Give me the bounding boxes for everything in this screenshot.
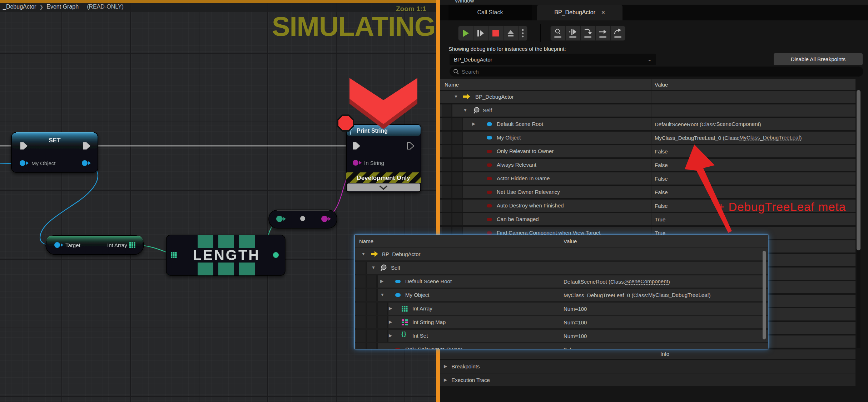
int-array-getter-node[interactable]: Target Int Array <box>46 235 144 255</box>
expander-icon[interactable]: ▼ <box>463 108 467 113</box>
value-suffix: ) <box>800 135 802 141</box>
expander-icon[interactable]: ▼ <box>371 265 376 270</box>
find-node-button[interactable] <box>551 26 565 40</box>
unreal-blueprint-debugger-window: SIMULATING SET My Object Tar <box>0 0 868 402</box>
tree-item-label: My Object <box>405 292 430 298</box>
menu-bar: Window <box>440 0 868 5</box>
target-pin[interactable] <box>54 242 60 248</box>
tree-row-self[interactable]: ▼ Self <box>440 104 855 117</box>
column-name[interactable]: Name <box>440 82 459 88</box>
int-array-output-label: Int Array <box>107 242 127 248</box>
step-out-button[interactable] <box>611 26 625 40</box>
expander-icon[interactable]: ▼ <box>454 94 458 99</box>
step-into-icon <box>569 29 577 35</box>
set-node[interactable]: SET My Object <box>11 132 98 172</box>
column-info[interactable]: Info <box>660 351 669 357</box>
popup-column-name[interactable]: Name <box>355 238 373 244</box>
frame-skip-button[interactable] <box>473 26 488 40</box>
tree-item-label: Self <box>391 265 400 271</box>
in-string-pin[interactable] <box>353 160 358 166</box>
popup-scrollbar-thumb[interactable] <box>763 251 766 339</box>
popup-row-only-relevant-partial[interactable]: Only Relevant to Owner False <box>355 343 768 349</box>
debug-info-label: Showing debug info for instances of the … <box>448 46 566 52</box>
tree-item-label: Only Relevant to Owner <box>405 346 462 349</box>
tree-row-net-use-owner-relevancy[interactable]: Net Use Owner Relevancy False <box>440 186 855 198</box>
scrollbar-thumb[interactable] <box>857 90 860 250</box>
node-expand-button[interactable] <box>347 183 420 191</box>
print-string-node[interactable]: f Print String In String Development Onl… <box>346 124 421 192</box>
popup-row-int-string-map[interactable]: ▶ Int String Map Num=100 <box>355 316 768 328</box>
object-pin-icon <box>487 136 492 139</box>
object-pin-icon <box>487 122 492 126</box>
expander-icon[interactable]: ▶ <box>472 121 475 126</box>
tree-item-label: Int String Map <box>412 319 446 325</box>
class-link[interactable]: SceneComponent <box>716 121 759 127</box>
value-text: Num=100 <box>564 333 587 339</box>
toolbar-divider <box>540 24 541 42</box>
int-array-output-pin[interactable] <box>129 242 135 248</box>
eject-button[interactable] <box>504 26 518 40</box>
tree-row-breakpoints[interactable]: ▶ Breakpoints <box>440 360 855 373</box>
eject-icon <box>507 29 515 37</box>
tree-item-label: Int Array <box>412 305 432 312</box>
expander-icon[interactable]: ▼ <box>361 251 366 256</box>
stop-button[interactable] <box>488 26 503 40</box>
search-node-icon <box>554 29 561 35</box>
tab-call-stack[interactable]: Call Stack <box>448 5 532 20</box>
popup-table-header: Name Value <box>355 235 768 247</box>
expander-icon[interactable]: ▶ <box>389 306 392 311</box>
step-into-button[interactable] <box>566 26 580 40</box>
resume-button[interactable] <box>458 26 473 40</box>
conversion-dot <box>300 216 305 221</box>
my-object-out-pin[interactable] <box>82 160 88 166</box>
step-button[interactable] <box>596 26 610 40</box>
popup-column-value[interactable]: Value <box>564 238 577 244</box>
popup-row-my-object[interactable]: ▼ My Object MyClass_DebugTreeLeaf_0 (Cla… <box>355 289 768 301</box>
class-link[interactable]: MyClass_DebugTreeLeaf <box>739 134 800 141</box>
tree-row-actor-hidden-in-game[interactable]: Actor Hidden In Game False <box>440 172 855 185</box>
popup-row-default-scene-root[interactable]: ▶ Default Scene Root DefaultSceneRoot (C… <box>355 275 768 288</box>
conversion-out-pin[interactable] <box>321 216 328 222</box>
to-string-conversion-node[interactable] <box>269 210 337 228</box>
set-pin-icon: { } <box>401 331 406 337</box>
breakpoint-icon[interactable] <box>338 115 353 131</box>
tree-item-label: Self <box>483 107 492 113</box>
tree-row-execution-trace[interactable]: ▶ Execution Trace <box>440 373 855 386</box>
zoom-level-label: Zoom 1:1 <box>396 5 436 13</box>
expander-icon[interactable]: ▶ <box>389 333 392 338</box>
step-over-button[interactable] <box>581 26 595 40</box>
expander-icon[interactable]: ▶ <box>389 319 392 324</box>
tree-row-my-object[interactable]: My Object MyClass_DebugTreeLeaf_0 (Class… <box>440 132 855 144</box>
length-int-out-pin[interactable] <box>273 252 279 258</box>
menu-window[interactable]: Window <box>455 0 474 4</box>
popup-row-self[interactable]: ▼ Self <box>355 262 768 274</box>
expander-icon[interactable]: ▶ <box>380 279 383 284</box>
annotation-text: + DebugTreeLeaf meta <box>718 200 846 214</box>
popup-row-int-array[interactable]: ▶ Int Array Num=100 <box>355 303 768 315</box>
search-input[interactable]: Search <box>450 67 863 77</box>
breadcrumb-graph[interactable]: Event Graph <box>46 4 79 10</box>
my-object-in-pin[interactable] <box>20 160 25 166</box>
tree-row-bp-debugactor[interactable]: ▼ BP_DebugActor <box>440 91 855 103</box>
value-text: False <box>655 189 668 195</box>
expander-icon[interactable]: ▼ <box>380 292 385 297</box>
popup-row-bp-debugactor[interactable]: ▼ BP_DebugActor <box>355 248 768 260</box>
debug-options-button[interactable] <box>519 26 527 40</box>
popup-row-int-set[interactable]: ▶ { } Int Set Num=100 <box>355 330 768 342</box>
breadcrumb-blueprint[interactable]: _DebugActor <box>3 4 36 10</box>
class-link[interactable]: SceneComponent <box>625 278 668 285</box>
tree-row-default-scene-root[interactable]: ▶ Default Scene Root DefaultSceneRoot (C… <box>440 118 855 130</box>
tree-row-only-relevant-to-owner[interactable]: Only Relevant to Owner False <box>440 145 855 157</box>
length-array-in-pin[interactable] <box>171 252 177 258</box>
tab-bp-debugactor[interactable]: BP_DebugActor ✕ <box>537 5 623 20</box>
target-pin-label: Target <box>65 242 81 248</box>
column-value[interactable]: Value <box>655 82 668 88</box>
tree-row-always-relevant[interactable]: Always Relevant False <box>440 159 855 171</box>
disable-all-breakpoints-button[interactable]: Disable All Breakpoints <box>774 53 863 65</box>
tree-row-can-be-damaged[interactable]: Can be Damaged True <box>440 213 855 225</box>
blueprint-instance-dropdown[interactable]: BP_DebugActor ⌄ <box>450 54 656 65</box>
length-node[interactable]: LENGTH <box>166 232 285 278</box>
tab-close-icon[interactable]: ✕ <box>601 10 605 15</box>
conversion-in-pin[interactable] <box>276 216 283 222</box>
class-link[interactable]: MyClass_DebugTreeLeaf <box>648 292 709 298</box>
